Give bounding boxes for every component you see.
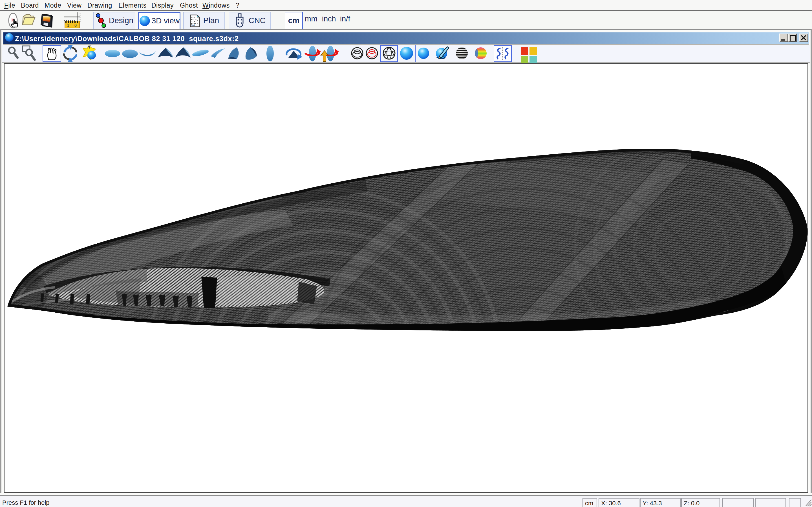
svg-text:5 4: 5 4 [191, 24, 195, 26]
svg-text:1: 1 [67, 23, 69, 27]
svg-text:0: 0 [74, 23, 77, 27]
